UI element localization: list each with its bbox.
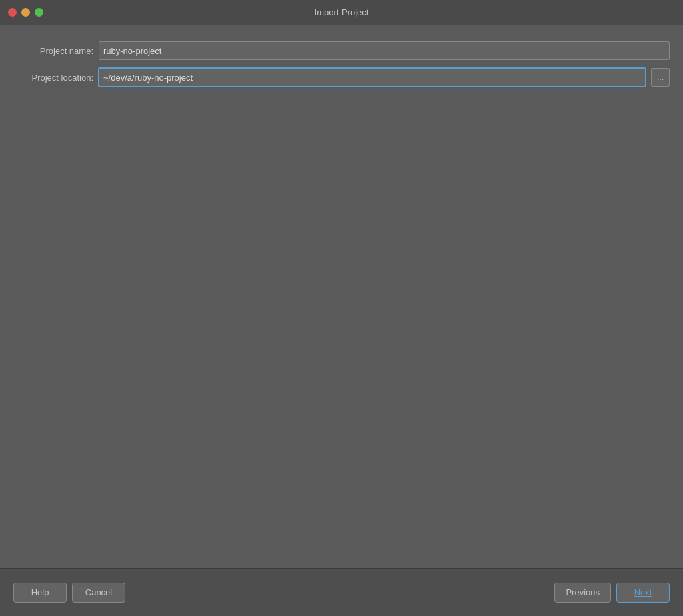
project-name-input[interactable] (99, 41, 670, 60)
minimize-button[interactable] (21, 8, 30, 17)
window-title: Import Project (315, 7, 369, 17)
right-buttons: Previous Next (554, 583, 670, 603)
project-location-input[interactable] (99, 68, 646, 87)
project-name-row: Project name: (13, 41, 670, 60)
previous-button[interactable]: Previous (554, 583, 611, 603)
form-area: Project name: Project location: ... (13, 41, 670, 87)
dialog-body: Project name: Project location: ... (0, 25, 683, 568)
button-bar: Help Cancel Previous Next (0, 568, 683, 616)
project-name-label: Project name: (13, 46, 93, 56)
help-button[interactable]: Help (13, 583, 67, 603)
browse-button[interactable]: ... (651, 68, 670, 87)
next-button[interactable]: Next (616, 583, 670, 603)
project-location-label: Project location: (13, 73, 93, 83)
project-location-row: Project location: ... (13, 68, 670, 87)
title-bar: Import Project (0, 0, 683, 25)
left-buttons: Help Cancel (13, 583, 125, 603)
cancel-button[interactable]: Cancel (72, 583, 125, 603)
close-button[interactable] (8, 8, 17, 17)
maximize-button[interactable] (35, 8, 43, 17)
window-controls (8, 8, 43, 17)
